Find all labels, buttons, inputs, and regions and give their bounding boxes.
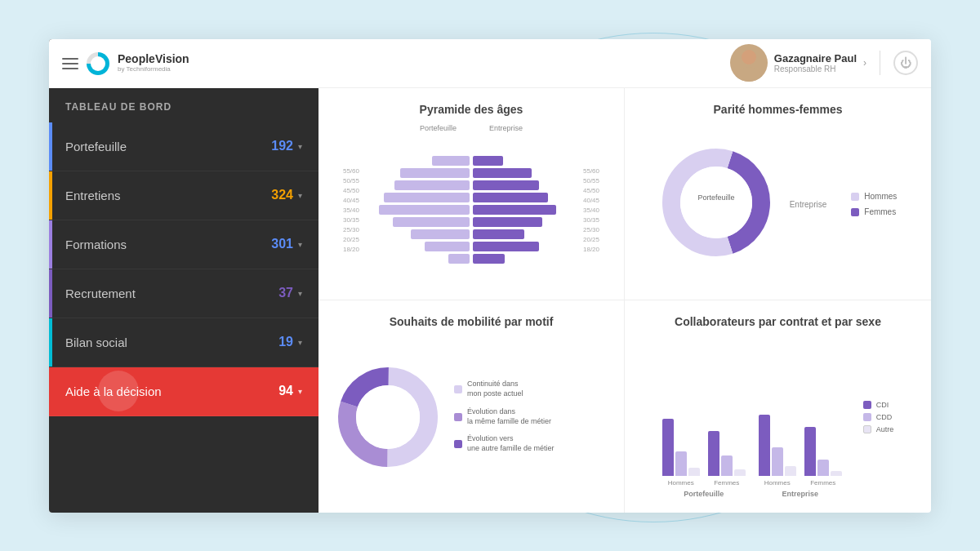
legend-autre: Autre <box>863 425 894 433</box>
logo-subtitle: by Techniformedia <box>118 66 189 73</box>
pyramid-bar <box>379 205 470 215</box>
user-name: Gazagnaire Paul <box>774 52 857 64</box>
cdi-bar <box>662 419 674 476</box>
sidebar-item-entretiens[interactable]: Entretiens 324 ▾ <box>49 171 318 220</box>
sidebar-items: Portefeuille 192 ▾ Entretiens 324 ▾ Form… <box>49 122 318 513</box>
sidebar-label-portefeuille: Portefeuille <box>65 140 271 153</box>
collab-groups: Hommes Femmes <box>662 419 746 487</box>
legend-cdi: CDI <box>863 401 894 409</box>
pyramid-bar <box>473 229 524 239</box>
pyramid-bar <box>473 168 532 178</box>
pyramid-header-left: Portefeuille <box>420 124 457 132</box>
femmes-dot <box>851 208 859 216</box>
cdd-bar <box>721 455 733 476</box>
collab-group-femmes-p: Femmes <box>708 431 746 487</box>
pyramid-bar <box>425 242 470 251</box>
pyramid-left-side <box>363 156 470 264</box>
pyramid-bars-container: 55/6050/5545/5040/4535/4030/3525/3020/25… <box>335 136 608 285</box>
legend-cdd: CDD <box>863 413 894 421</box>
cdi-bar <box>759 415 770 476</box>
collab-groups: Hommes Femmes <box>759 415 842 487</box>
cdd-bar <box>772 447 783 476</box>
pyramid-bar <box>473 180 539 190</box>
hommes-dot <box>851 193 859 201</box>
chart-collab-title: Collaborateurs par contrat et par sexe <box>641 315 915 328</box>
donut-area: Portefeuille Entreprise Hommes Femmes <box>641 124 915 285</box>
sidebar-label-recrutement: Recrutement <box>65 287 278 300</box>
sidebar-value-entretiens: 324 <box>271 188 293 202</box>
topbar-divider <box>880 51 880 75</box>
pyramid-header-right: Entreprise <box>489 124 523 132</box>
collab-section-entreprise: Hommes Femmes Entrepris <box>759 415 842 498</box>
chart-parite-title: Parité hommes-femmes <box>641 103 915 116</box>
svg-text:Portefeuille: Portefeuille <box>697 193 734 202</box>
user-chevron-icon[interactable]: › <box>863 57 866 69</box>
sidebar-header: PeopleVision by Techniformedia <box>49 39 318 88</box>
pyramid-labels-left: 55/6050/5545/5040/4535/4030/3525/3020/25… <box>335 167 359 253</box>
portefeuille-section-label: Portefeuille <box>684 490 724 498</box>
collab-group-hommes-p: Hommes <box>662 419 700 487</box>
sidebar-value-portefeuille: 192 <box>271 139 293 153</box>
sidebar-value-recrutement: 37 <box>278 286 293 300</box>
sidebar-label-entretiens: Entretiens <box>65 189 271 202</box>
donut-right-label: Entreprise <box>790 200 827 209</box>
sidebar-item-formations[interactable]: Formations 301 ▾ <box>49 220 318 269</box>
hommes-label-e: Hommes <box>764 479 791 487</box>
evolution-meme-dot <box>454 413 462 421</box>
collab-bars <box>662 419 700 476</box>
chart-mobilite-title: Souhaits de mobilité par motif <box>335 315 608 328</box>
chevron-icon-entretiens: ▾ <box>298 191 302 200</box>
collab-section-portefeuille: Hommes Femmes Portefeui <box>662 419 746 498</box>
sidebar-label-bilan-social: Bilan social <box>65 335 278 349</box>
pyramid-bar <box>473 254 505 264</box>
main-content: Gazagnaire Paul Responsable RH › ⏻ Pyram… <box>318 39 931 513</box>
sidebar-item-aide-decision[interactable]: Aide à la décision 94 ▾ <box>49 367 318 416</box>
power-button[interactable]: ⏻ <box>893 51 918 75</box>
pyramid-bar <box>432 156 470 166</box>
sidebar: PeopleVision by Techniformedia TABLEAU D… <box>49 39 318 513</box>
collab-bars <box>804 427 842 476</box>
sidebar-item-portefeuille[interactable]: Portefeuille 192 ▾ <box>49 122 318 171</box>
femmes-label-e: Femmes <box>810 479 835 487</box>
svg-point-1 <box>736 67 762 82</box>
svg-point-0 <box>742 50 756 64</box>
avatar <box>730 44 768 82</box>
pyramid-right-side <box>473 156 580 264</box>
sidebar-item-bilan-social[interactable]: Bilan social 19 ▾ <box>49 318 318 367</box>
cdd-label: CDD <box>876 413 893 421</box>
evolution-autre-dot <box>454 440 462 448</box>
cdd-bar <box>817 460 829 476</box>
user-info: Gazagnaire Paul Responsable RH <box>774 52 857 73</box>
autre-bar <box>734 469 746 476</box>
pyramid-bar <box>411 229 470 239</box>
autre-dot <box>863 425 871 433</box>
legend-evolution-meme: Évolution dansla même famille de métier <box>454 407 555 426</box>
evolution-meme-label: Évolution dansla même famille de métier <box>467 407 551 426</box>
hamburger-menu[interactable] <box>62 58 78 69</box>
cdi-dot <box>863 401 871 409</box>
svg-point-4 <box>680 167 752 238</box>
collab-group-femmes-e: Femmes <box>804 427 842 487</box>
sidebar-value-formations: 301 <box>271 237 293 251</box>
autre-bar <box>688 468 700 476</box>
collab-bars <box>759 415 796 476</box>
autre-label: Autre <box>876 425 894 433</box>
pyramid-bar <box>473 242 539 251</box>
pyramid-bar <box>473 205 556 215</box>
sidebar-item-recrutement[interactable]: Recrutement 37 ▾ <box>49 269 318 318</box>
legend-evolution-autre: Évolution versune autre famille de métie… <box>454 434 555 453</box>
pyramid-bar <box>394 180 470 190</box>
mobilite-donut <box>335 364 441 470</box>
cdd-dot <box>863 413 871 421</box>
entreprise-section-label: Entreprise <box>782 490 818 498</box>
svg-point-9 <box>356 385 420 449</box>
sidebar-value-bilan-social: 19 <box>278 335 293 349</box>
pyramid-bar <box>384 193 470 202</box>
chart-pyramid: Pyramide des âges Portefeuille Entrepris… <box>318 88 625 300</box>
chart-collaborateurs: Collaborateurs par contrat et par sexe <box>625 300 931 513</box>
mobilite-area: Continuité dansmon poste actuel Évolutio… <box>335 336 608 498</box>
charts-grid: Pyramide des âges Portefeuille Entrepris… <box>318 88 931 513</box>
cdi-label: CDI <box>876 401 889 409</box>
cdi-bar <box>708 431 719 476</box>
chevron-icon-recrutement: ▾ <box>298 289 302 298</box>
